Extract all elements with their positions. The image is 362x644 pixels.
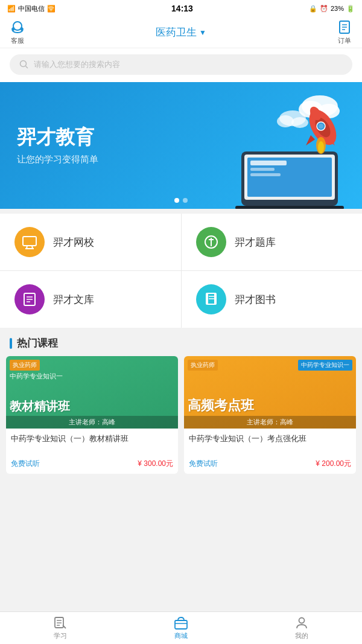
course2-title: 高频考点班	[188, 398, 352, 413]
course-thumb-2: 执业药师 中药学专业知识一 高频考点班 主讲老师：高峰	[184, 356, 356, 429]
course-info-1: 中药学专业知识（一）教材精讲班 免费试听 ¥ 300.00元	[6, 429, 178, 474]
banner-subtitle: 让您的学习变得简单	[17, 154, 98, 165]
svg-point-7	[21, 61, 27, 67]
tab-bar: 学习 商城 我的	[0, 611, 362, 644]
svg-point-14	[291, 117, 308, 128]
course1-price: ¥ 300.00元	[138, 459, 173, 469]
svg-line-8	[26, 66, 28, 69]
battery-text: 23%	[331, 5, 344, 12]
status-time: 14:13	[171, 4, 193, 13]
tiku-icon	[196, 227, 226, 257]
course-card-1[interactable]: 执业药师 中药学专业知识一 教材精讲班 主讲老师：高峰 中药学专业知识（一）教材…	[6, 356, 178, 474]
alarm-icon: ⏰	[320, 5, 328, 13]
dot-1	[174, 198, 179, 203]
tab-mine[interactable]: 我的	[241, 612, 362, 644]
banner-dots	[174, 198, 188, 203]
tab-shop-label: 商城	[174, 631, 188, 640]
banner-title: 羿才教育	[17, 126, 98, 148]
banner-text: 羿才教育 让您的学习变得简单	[0, 126, 115, 165]
course-thumb-1: 执业药师 中药学专业知识一 教材精讲班 主讲老师：高峰	[6, 356, 178, 429]
course-info-2: 中药学专业知识（一）考点强化班 免费试听 ¥ 200.00元	[184, 429, 356, 474]
svg-rect-31	[23, 237, 36, 246]
svg-point-13	[277, 115, 294, 127]
tab-shop[interactable]: 商城	[121, 612, 241, 644]
course2-instructor: 主讲老师：高峰	[184, 416, 356, 429]
tiku-label: 羿才题库	[235, 235, 276, 249]
search-placeholder: 请输入您想要的搜索内容	[34, 59, 120, 70]
svg-rect-20	[250, 173, 281, 176]
status-carrier: 📶 中国电信 🛜	[7, 4, 56, 13]
order-label: 订单	[338, 36, 351, 45]
svg-rect-18	[250, 161, 287, 165]
wangxiao-icon	[14, 227, 45, 257]
course1-footer: 免费试听 ¥ 300.00元	[11, 459, 173, 469]
section-title: 热门课程	[17, 336, 58, 350]
order-icon	[337, 19, 352, 35]
customer-service-button[interactable]: 客服	[10, 19, 25, 45]
dot-2	[183, 198, 188, 203]
battery-icon: 🔋	[346, 5, 355, 13]
svg-rect-19	[250, 168, 275, 171]
tab-study-label: 学习	[54, 631, 67, 640]
wenku-label: 羿才文库	[53, 293, 94, 307]
wenku-icon	[14, 284, 45, 314]
wangxiao-label: 羿才网校	[53, 235, 94, 249]
order-button[interactable]: 订单	[337, 19, 352, 45]
lock-icon: 🔒	[309, 5, 317, 13]
tab-study[interactable]: 学习	[0, 612, 121, 644]
search-section: 请输入您想要的搜索内容	[0, 48, 362, 82]
status-right: 🔒 ⏰ 23% 🔋	[309, 5, 355, 13]
app-header: 客服 医药卫生 ▼ 订单	[0, 17, 362, 48]
status-bar: 📶 中国电信 🛜 14:13 🔒 ⏰ 23% 🔋	[0, 0, 362, 17]
tushu-label: 羿才图书	[235, 293, 276, 307]
signal-icon: 📶	[7, 5, 16, 13]
course1-name: 中药学专业知识（一）教材精讲班	[11, 433, 173, 455]
customer-service-label: 客服	[11, 36, 24, 45]
banner-illustration	[205, 82, 362, 209]
category-selector[interactable]: 医药卫生 ▼	[156, 25, 206, 39]
course-list: 执业药师 中药学专业知识一 教材精讲班 主讲老师：高峰 中药学专业知识（一）教材…	[0, 356, 362, 480]
course2-name: 中药学专业知识（一）考点强化班	[189, 433, 351, 455]
course1-badge: 执业药师	[10, 360, 40, 371]
mine-tab-icon	[294, 616, 309, 630]
course1-try: 免费试听	[11, 459, 40, 469]
svg-point-0	[13, 22, 22, 30]
svg-point-26	[319, 124, 323, 129]
svg-point-53	[299, 618, 305, 623]
course2-try: 免费试听	[189, 459, 218, 469]
hot-courses-header: 热门课程	[0, 328, 362, 356]
course1-instructor: 主讲老师：高峰	[6, 416, 178, 429]
course2-price: ¥ 200.00元	[316, 459, 351, 469]
tab-mine-label: 我的	[295, 631, 308, 640]
category-title: 医药卫生	[156, 25, 197, 39]
svg-marker-28	[306, 135, 315, 145]
wifi-icon: 🛜	[47, 5, 56, 13]
course1-title: 教材精讲班	[10, 400, 174, 413]
promo-banner[interactable]: 羿才教育 让您的学习变得简单	[0, 82, 362, 209]
svg-rect-51	[175, 620, 187, 629]
course-card-2[interactable]: 执业药师 中药学专业知识一 高频考点班 主讲老师：高峰 中药学专业知识（一）考点…	[184, 356, 356, 474]
course2-badge: 执业药师	[188, 360, 218, 371]
svg-point-30	[318, 141, 324, 153]
course1-subtitle: 中药学专业知识一	[10, 372, 174, 381]
course2-badge2: 中药学专业知识一	[298, 360, 352, 371]
grid-item-wangxiao[interactable]: 羿才网校	[0, 214, 181, 270]
grid-item-wenku[interactable]: 羿才文库	[0, 271, 181, 328]
course2-footer: 免费试听 ¥ 200.00元	[189, 459, 351, 469]
shop-tab-icon	[174, 616, 188, 630]
search-icon	[19, 60, 29, 69]
dropdown-icon: ▼	[199, 28, 206, 37]
grid-item-tiku[interactable]: 羿才题库	[182, 214, 363, 270]
study-tab-icon	[53, 616, 68, 630]
headphone-icon	[10, 19, 25, 35]
feature-grid: 羿才网校 羿才题库 羿才文库 羿才图书	[0, 214, 362, 328]
tushu-icon	[196, 284, 226, 314]
svg-rect-21	[235, 206, 344, 209]
section-bar-accent	[10, 338, 12, 349]
grid-item-tushu[interactable]: 羿才图书	[182, 271, 363, 328]
search-input-wrapper[interactable]: 请输入您想要的搜索内容	[10, 54, 352, 75]
